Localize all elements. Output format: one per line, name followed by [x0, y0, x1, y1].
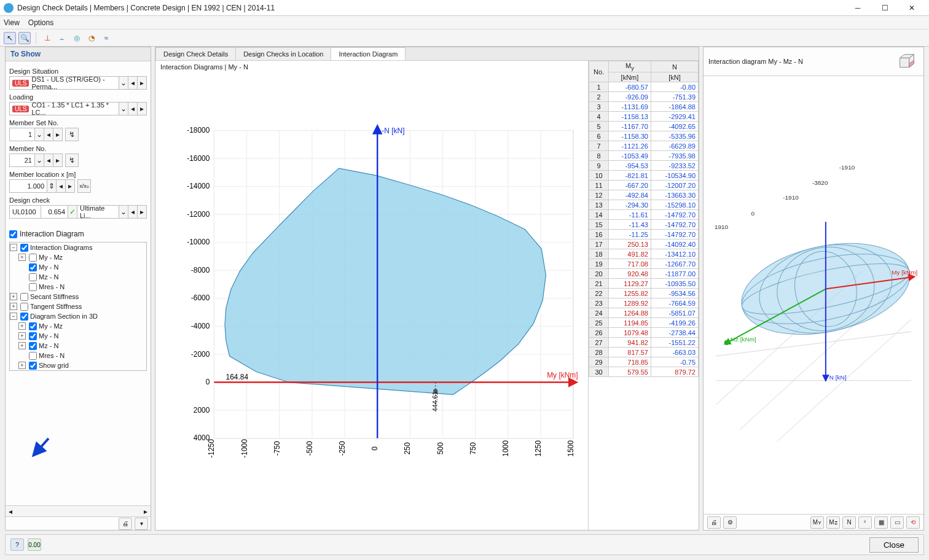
prev-button[interactable]: ◂	[128, 102, 138, 115]
next-button[interactable]: ▸	[137, 102, 147, 115]
table-row[interactable]: 8-1053.49-7935.98	[589, 151, 699, 161]
chevron-down-icon[interactable]: ⌄	[34, 128, 44, 141]
perspective-icon[interactable]: ▦	[874, 516, 888, 529]
design-situation-select[interactable]: ULS DS1 - ULS (STR/GEO) - Perma...	[9, 76, 119, 90]
table-row[interactable]: 16-11.25-14792.70	[589, 230, 699, 239]
table-row[interactable]: 13-294.30-15298.10	[589, 200, 699, 210]
stepper-icon[interactable]: ⇕	[47, 179, 57, 193]
table-row[interactable]: 9-954.53-9233.52	[589, 161, 699, 171]
prev-button[interactable]: ◂	[44, 128, 53, 141]
prev-button[interactable]: ◂	[56, 179, 66, 193]
close-window-button[interactable]: ✕	[898, 1, 925, 15]
table-row[interactable]: 14-11.61-14792.70	[589, 210, 699, 220]
chevron-down-icon[interactable]: ⌄	[119, 205, 128, 219]
view-cube-icon[interactable]	[895, 50, 919, 73]
data-table-scroll[interactable]: No. My N [kNm] [kN] 1-680.57-0.802-926.0…	[588, 61, 699, 530]
tool-1-icon[interactable]: ⊥	[41, 32, 53, 44]
table-row[interactable]: 6-1158.30-5335.96	[589, 131, 699, 141]
pointer-icon[interactable]: ↖	[4, 32, 16, 44]
tool-3-icon[interactable]: ◎	[71, 32, 83, 44]
table-row[interactable]: 12-492.84-13663.30	[589, 190, 699, 200]
tab-design-check-details[interactable]: Design Check Details	[155, 47, 236, 60]
pick-member-icon[interactable]: ↯	[65, 154, 79, 167]
next-button[interactable]: ▸	[65, 179, 75, 193]
table-row[interactable]: 5-1167.70-4092.65	[589, 122, 699, 131]
member-set-label: Member Set No.	[9, 119, 147, 126]
prev-button[interactable]: ◂	[128, 205, 138, 219]
axis-n-icon[interactable]: N	[842, 516, 856, 529]
table-row[interactable]: 18491.82-13412.10	[589, 249, 699, 259]
zoom-icon[interactable]: 🔍	[18, 32, 31, 44]
table-row[interactable]: 4-1158.13-2929.41	[589, 112, 699, 122]
table-row[interactable]: 251194.85-4199.26	[589, 318, 699, 328]
table-row[interactable]: 17250.13-14092.40	[589, 239, 699, 249]
diagram-tree[interactable]: −Interaction Diagrams +My - Mz My - N Mz…	[9, 242, 147, 371]
table-row[interactable]: 15-11.43-14792.70	[589, 220, 699, 230]
minimize-button[interactable]: ─	[844, 1, 871, 15]
table-row[interactable]: 30579.55879.72	[589, 367, 699, 377]
table-row[interactable]: 1-680.57-0.80	[589, 82, 699, 92]
left-scrollbar[interactable]: ◂▸	[6, 505, 151, 516]
chevron-down-icon[interactable]: ⌄	[119, 102, 128, 115]
table-row[interactable]: 27941.82-1551.22	[589, 338, 699, 348]
axis-mz-icon[interactable]: Mᴢ	[826, 516, 840, 529]
loading-select[interactable]: ULS CO1 - 1.35 * LC1 + 1.35 * LC...	[9, 102, 119, 115]
member-no-input[interactable]: 21	[9, 154, 35, 167]
table-row[interactable]: 261079.48-2738.44	[589, 328, 699, 338]
tab-interaction-diagram[interactable]: Interaction Diagram	[331, 47, 406, 60]
table-row[interactable]: 221255.82-9534.56	[589, 289, 699, 298]
axis-my-icon[interactable]: Mʏ	[810, 516, 824, 529]
table-row[interactable]: 19717.08-12667.70	[589, 259, 699, 269]
help-icon[interactable]: ?	[10, 539, 24, 551]
tool-4-icon[interactable]: ◔	[85, 32, 98, 44]
print-dropdown-icon[interactable]: ▾	[135, 518, 148, 530]
table-row[interactable]: 211129.27-10935.50	[589, 279, 699, 289]
menu-view[interactable]: View	[4, 18, 20, 27]
tab-design-checks-in-location[interactable]: Design Checks in Location	[235, 47, 331, 60]
design-check-code[interactable]: UL0100	[9, 205, 41, 219]
svg-text:-12000: -12000	[187, 210, 210, 219]
svg-text:-8000: -8000	[191, 266, 210, 274]
maximize-button[interactable]: ☐	[871, 1, 898, 15]
prev-button[interactable]: ◂	[128, 76, 138, 90]
viewport-3d[interactable]: 0 -1910 -3820 -1910 1910	[704, 76, 923, 514]
box-icon[interactable]: ▭	[890, 516, 904, 529]
member-set-input[interactable]: 1	[9, 128, 35, 141]
prev-button[interactable]: ◂	[44, 154, 53, 167]
tool-2-icon[interactable]: ⫠	[56, 32, 68, 44]
next-button[interactable]: ▸	[53, 154, 63, 167]
title-bar: Design Check Details | Members | Concret…	[0, 0, 929, 16]
table-row[interactable]: 28817.57-663.03	[589, 348, 699, 357]
reset-view-icon[interactable]: ⟲	[906, 516, 920, 529]
view-settings-icon[interactable]: ⚙	[723, 516, 737, 529]
table-row[interactable]: 241264.88-5851.07	[589, 308, 699, 318]
menu-options[interactable]: Options	[28, 18, 53, 27]
menu-bar: View Options	[0, 16, 929, 29]
table-row[interactable]: 2-926.09-751.39	[589, 92, 699, 102]
design-check-name[interactable]: Ultimate Li...	[77, 205, 119, 219]
member-loc-input[interactable]: 1.000	[9, 179, 47, 193]
pick-member-set-icon[interactable]: ↯	[65, 128, 79, 141]
table-row[interactable]: 20920.48-11877.00	[589, 269, 699, 279]
svg-text:444.61: 444.61	[431, 391, 439, 411]
close-button[interactable]: Close	[869, 537, 919, 553]
tool-5-icon[interactable]: ≈	[100, 32, 112, 44]
table-row[interactable]: 3-1131.69-1864.88	[589, 102, 699, 112]
axis-z-icon[interactable]: ᶻ	[858, 516, 872, 529]
interaction-diagram-checkbox[interactable]: Interaction Diagram	[9, 230, 147, 238]
table-row[interactable]: 7-1121.26-6629.89	[589, 141, 699, 151]
print-icon[interactable]: 🖨	[707, 516, 721, 529]
next-button[interactable]: ▸	[137, 76, 147, 90]
chart-area[interactable]: Interaction Diagrams | My - N -1250-1000…	[155, 61, 588, 530]
print-icon[interactable]: 🖨	[119, 518, 132, 530]
table-row[interactable]: 231289.92-7664.59	[589, 298, 699, 308]
x-over-x0-icon[interactable]: x/x₀	[77, 179, 91, 193]
next-button[interactable]: ▸	[53, 128, 63, 141]
table-row[interactable]: 29718.85-0.75	[589, 357, 699, 367]
decimals-icon[interactable]: 0.00	[28, 539, 41, 551]
chevron-down-icon[interactable]: ⌄	[119, 76, 128, 90]
next-button[interactable]: ▸	[137, 205, 147, 219]
table-row[interactable]: 10-821.81-10534.90	[589, 171, 699, 181]
chevron-down-icon[interactable]: ⌄	[34, 154, 44, 167]
table-row[interactable]: 11-667.20-12007.20	[589, 181, 699, 190]
